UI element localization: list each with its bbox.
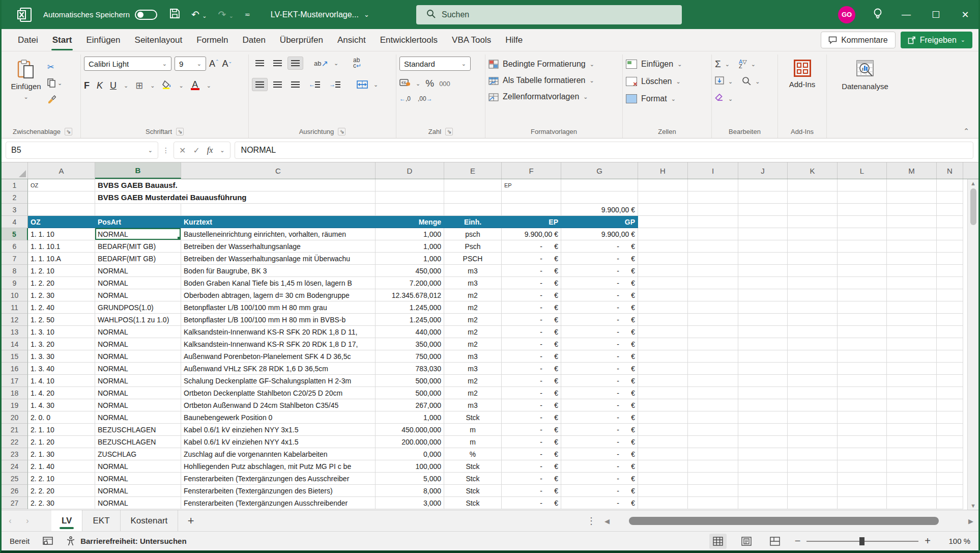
cell-H1[interactable] xyxy=(638,179,688,191)
cell-A20[interactable]: 2. 0. 0 xyxy=(28,411,95,424)
cell-G7[interactable]: - € xyxy=(561,253,638,265)
shrink-font-button[interactable]: A⌄ xyxy=(222,59,233,69)
cell-I8[interactable] xyxy=(688,265,738,277)
cell-D19[interactable]: 267,000 xyxy=(376,399,444,411)
cell-E8[interactable]: m3 xyxy=(444,265,502,277)
sheet-prev-icon[interactable]: ‹ xyxy=(2,510,19,531)
cell-E19[interactable]: m3 xyxy=(444,399,502,411)
vertical-scroll-thumb[interactable] xyxy=(970,188,976,225)
row-header-24[interactable]: 24 xyxy=(2,460,28,473)
lightbulb-icon[interactable] xyxy=(873,8,883,22)
format-as-table-button[interactable]: Als Tabelle formatieren ⌄ xyxy=(488,73,594,88)
cell-D9[interactable]: 7.200,000 xyxy=(376,277,444,289)
cell-L9[interactable] xyxy=(838,277,887,289)
cell-A23[interactable]: 2. 1. 30 xyxy=(28,448,95,460)
cell-K10[interactable] xyxy=(788,289,838,301)
cell-B18[interactable]: NORMAL xyxy=(95,387,181,399)
cell-I26[interactable] xyxy=(688,485,738,497)
zoom-knob[interactable] xyxy=(859,537,864,545)
cell-G21[interactable]: - € xyxy=(561,424,638,436)
sort-filter-button[interactable]: A▽Z xyxy=(739,60,747,69)
cell-L15[interactable] xyxy=(838,350,887,363)
cell-A27[interactable]: 2. 2. 30 xyxy=(28,497,95,509)
cell-A16[interactable]: 1. 3. 40 xyxy=(28,363,95,375)
delete-cells-button[interactable]: Löschen ⌄ xyxy=(626,74,681,89)
cell-E6[interactable]: Psch xyxy=(444,240,502,253)
cell-G19[interactable]: - € xyxy=(561,399,638,411)
cell-H14[interactable] xyxy=(638,338,688,350)
cell-B2[interactable]: BVBS GAEB Musterdatei Bauausführung xyxy=(95,191,181,204)
cell-E12[interactable]: m2 xyxy=(444,314,502,326)
cell-G4[interactable]: GP xyxy=(561,216,638,228)
minimize-button[interactable]: — xyxy=(900,9,912,20)
cell-K7[interactable] xyxy=(788,253,838,265)
cell-E1[interactable] xyxy=(444,179,502,191)
row-header-21[interactable]: 21 xyxy=(2,424,28,436)
sheet-next-icon[interactable]: › xyxy=(19,510,36,531)
scroll-down-icon[interactable]: ▼ xyxy=(970,503,976,509)
cell-M2[interactable] xyxy=(887,191,937,204)
increase-indent-button[interactable]: → xyxy=(326,78,344,91)
cancel-icon[interactable]: ✕ xyxy=(179,146,186,155)
cell-N25[interactable] xyxy=(937,473,963,485)
cell-G24[interactable]: - € xyxy=(561,460,638,473)
cell-E15[interactable]: m3 xyxy=(444,350,502,363)
cell-I16[interactable] xyxy=(688,363,738,375)
zoom-level[interactable]: 100 % xyxy=(942,537,970,545)
document-title[interactable]: LV-EKT-Mustervorlage... ⌄ xyxy=(271,10,369,19)
cell-A10[interactable]: 1. 2. 30 xyxy=(28,289,95,301)
column-header-B[interactable]: B xyxy=(95,162,181,179)
cell-B20[interactable]: NORMAL xyxy=(95,411,181,424)
cell-M27[interactable] xyxy=(887,497,937,509)
cell-H7[interactable] xyxy=(638,253,688,265)
cell-I4[interactable] xyxy=(688,216,738,228)
cell-F24[interactable]: - € xyxy=(502,460,561,473)
cell-I3[interactable] xyxy=(688,204,738,216)
tab-formeln[interactable]: Formeln xyxy=(189,29,235,51)
cell-K22[interactable] xyxy=(788,436,838,448)
cell-N3[interactable] xyxy=(937,204,963,216)
cell-H25[interactable] xyxy=(638,473,688,485)
cell-D14[interactable]: 350,000 xyxy=(376,338,444,350)
cell-C22[interactable]: Kabel 0.6/1 kV einziehen NYY 4x1.5 xyxy=(181,436,376,448)
cell-K4[interactable] xyxy=(788,216,838,228)
cell-F25[interactable]: - € xyxy=(502,473,561,485)
cell-L20[interactable] xyxy=(838,411,887,424)
cell-J6[interactable] xyxy=(738,240,788,253)
cell-M13[interactable] xyxy=(887,326,937,338)
cell-I17[interactable] xyxy=(688,375,738,387)
row-header-23[interactable]: 23 xyxy=(2,448,28,460)
fill-color-button[interactable] xyxy=(162,80,172,91)
column-header-L[interactable]: L xyxy=(838,162,887,179)
decrease-decimal-button[interactable]: ,00→ xyxy=(418,95,433,102)
cell-K9[interactable] xyxy=(788,277,838,289)
horizontal-scrollbar[interactable]: ◀ ▶ xyxy=(604,510,973,532)
vertical-scrollbar[interactable]: ▲ ▼ xyxy=(967,179,978,510)
horizontal-scroll-track[interactable] xyxy=(613,517,965,525)
cell-C19[interactable]: Ortbeton Außenwand D 24cm Stahlbeton C35… xyxy=(181,399,376,411)
cell-K18[interactable] xyxy=(788,387,838,399)
tab-überprüfen[interactable]: Überprüfen xyxy=(273,29,330,51)
cell-N8[interactable] xyxy=(937,265,963,277)
tab-entwicklertools[interactable]: Entwicklertools xyxy=(373,29,445,51)
cell-C1[interactable] xyxy=(181,179,376,191)
dialog-launcher-icon[interactable]: ⇘ xyxy=(445,128,453,135)
cell-G8[interactable]: - € xyxy=(561,265,638,277)
cell-J25[interactable] xyxy=(738,473,788,485)
align-left-button[interactable] xyxy=(252,78,268,91)
cell-L8[interactable] xyxy=(838,265,887,277)
cell-H4[interactable] xyxy=(638,216,688,228)
cell-L16[interactable] xyxy=(838,363,887,375)
cell-F1[interactable]: EP xyxy=(502,179,561,191)
cell-B15[interactable]: NORMAL xyxy=(95,350,181,363)
increase-decimal-button[interactable]: ←,0 xyxy=(399,95,411,102)
cell-E18[interactable]: m2 xyxy=(444,387,502,399)
cell-N18[interactable] xyxy=(937,387,963,399)
cell-N16[interactable] xyxy=(937,363,963,375)
cell-N7[interactable] xyxy=(937,253,963,265)
row-header-17[interactable]: 17 xyxy=(2,375,28,387)
cell-M14[interactable] xyxy=(887,338,937,350)
cell-E25[interactable]: Stck xyxy=(444,473,502,485)
cell-F18[interactable]: - € xyxy=(502,387,561,399)
cell-K26[interactable] xyxy=(788,485,838,497)
